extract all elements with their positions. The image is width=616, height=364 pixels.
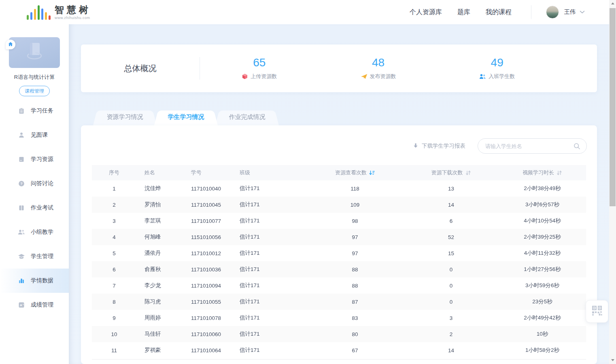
- table-row: 9周雨婷1171010078信计1718332小时49分42秒: [92, 310, 586, 326]
- cell-views: 97: [306, 245, 404, 261]
- sidebar-item-label: 学习任务: [31, 107, 53, 114]
- sidebar-item-label: 学生管理: [31, 253, 53, 260]
- cell-class: 信计171: [232, 277, 306, 294]
- col-label: 资源查看次数: [335, 169, 367, 176]
- home-badge[interactable]: [6, 40, 15, 49]
- cell-video-duration: 2小时39分25秒: [499, 229, 586, 245]
- cell-name: 李少龙: [136, 277, 181, 294]
- scrollbar-up-arrow[interactable]: [609, 0, 616, 6]
- cell-video-duration: 23分5秒: [499, 294, 586, 310]
- sort-icon-video-duration[interactable]: [557, 170, 562, 176]
- cell-student-id: 1171010064: [181, 342, 232, 358]
- sort-icon-views[interactable]: [369, 170, 375, 176]
- user-name: 王伟: [564, 8, 576, 16]
- col-label: 资源下载次数: [431, 169, 463, 176]
- cell-student-id: 1171010094: [181, 277, 232, 294]
- search-input[interactable]: [485, 143, 574, 149]
- cell-video-duration: 4小时11分32秒: [499, 245, 586, 261]
- logo[interactable]: 智慧树 www.zhihuishu.com: [27, 4, 91, 20]
- table-row: 3李芷琪1171010077信计1719864小时10分54秒: [92, 213, 586, 229]
- user-menu[interactable]: 王伟: [546, 6, 585, 19]
- group-icon: [18, 229, 25, 236]
- cell-index: 1: [92, 180, 136, 197]
- download-icon: [413, 143, 418, 150]
- sidebar-item-tasks[interactable]: 学习任务: [0, 99, 69, 123]
- sidebar-item-students[interactable]: 学生管理: [0, 244, 69, 269]
- logo-bar: [41, 8, 43, 20]
- sidebar-item-analytics[interactable]: 学情数据: [0, 269, 69, 293]
- stat-label: 入班学生数: [489, 73, 515, 80]
- top-bar: 智慧树 www.zhihuishu.com 个人资源库题库我的课程 王伟: [0, 0, 609, 24]
- course-card[interactable]: [9, 37, 60, 68]
- svg-text:A: A: [20, 303, 22, 307]
- scrollbar-down-arrow[interactable]: [609, 357, 616, 363]
- cell-video-duration: 1小时27分56秒: [499, 261, 586, 277]
- cell-student-id: 1171010040: [181, 180, 232, 197]
- students-table: 序号姓名学号班级资源查看次数资源下载次数视频学习时长 1沈佳烨117101004…: [92, 165, 586, 358]
- cell-downloads: 0: [404, 294, 499, 310]
- download-label: 下载学生学习报表: [422, 142, 465, 150]
- cube-icon: [242, 73, 248, 80]
- nav-divider: [531, 5, 531, 19]
- cell-views: 97: [306, 229, 404, 245]
- person-icon: [18, 132, 25, 139]
- top-nav: 个人资源库题库我的课程 王伟: [394, 5, 609, 19]
- gradcap-icon: [18, 253, 25, 260]
- svg-text:?: ?: [20, 182, 23, 186]
- sidebar-item-homework[interactable]: 作业考试: [0, 196, 69, 220]
- cell-class: 信计171: [232, 310, 306, 326]
- cell-class: 信计171: [232, 294, 306, 310]
- cell-student-id: 1171010045: [181, 197, 232, 213]
- qr-code-button[interactable]: [586, 300, 608, 323]
- overview-stats: 65上传资源数48发布资源数49入班学生数: [200, 57, 597, 80]
- chevron-down-icon[interactable]: [580, 11, 585, 14]
- col-header-class: 班级: [232, 165, 306, 180]
- sidebar-item-qa[interactable]: ?问答讨论: [0, 171, 69, 196]
- cell-views: 88: [306, 261, 404, 277]
- cell-index: 2: [92, 197, 136, 213]
- cell-class: 信计171: [232, 342, 306, 358]
- cell-name: 沈佳烨: [136, 180, 181, 197]
- cell-name: 周雨婷: [136, 310, 181, 326]
- sidebar: R语言与统计计算 课程管理 学习任务见面课学习资源?问答讨论作业考试小组教学学生…: [0, 24, 69, 364]
- sidebar-item-meetings[interactable]: 见面课: [0, 123, 69, 147]
- tab-resource-learning[interactable]: 资源学习情况: [93, 108, 157, 125]
- nav-item-question-bank[interactable]: 题库: [457, 8, 470, 17]
- sidebar-item-label: 学习资源: [31, 156, 53, 163]
- cell-downloads: 14: [404, 342, 499, 358]
- download-report-link[interactable]: 下载学生学习报表: [413, 142, 465, 150]
- tab-label: 作业完成情况: [229, 113, 266, 121]
- scrollbar-thumb[interactable]: [610, 8, 616, 206]
- cell-views: 87: [306, 294, 404, 310]
- sort-icon-downloads[interactable]: [465, 170, 471, 176]
- cell-name: 马佳轩: [136, 326, 181, 342]
- cell-downloads: 13: [404, 180, 499, 197]
- nav-item-my-courses[interactable]: 我的课程: [486, 8, 512, 17]
- search-icon[interactable]: [574, 143, 580, 150]
- course-manage-button[interactable]: 课程管理: [19, 86, 50, 96]
- cell-views: 109: [306, 197, 404, 213]
- sidebar-item-resources[interactable]: 学习资源: [0, 147, 69, 171]
- sidebar-item-groups[interactable]: 小组教学: [0, 220, 69, 244]
- cell-views: 83: [306, 310, 404, 326]
- exam-icon: [18, 205, 25, 212]
- nav-item-personal-resources[interactable]: 个人资源库: [410, 8, 442, 17]
- logo-bar: [34, 9, 36, 20]
- tab-student-learning[interactable]: 学生学习情况: [154, 108, 218, 125]
- sidebar-item-grades[interactable]: A+成绩管理: [0, 293, 69, 317]
- cell-video-duration: 10秒: [499, 326, 586, 342]
- cell-student-id: 1171010078: [181, 310, 232, 326]
- cell-class: 信计171: [232, 326, 306, 342]
- tab-homework-completion[interactable]: 作业完成情况: [215, 108, 279, 125]
- overview-title: 总体概况: [81, 63, 200, 74]
- app: 智慧树 www.zhihuishu.com 个人资源库题库我的课程 王伟 R语言…: [0, 0, 616, 364]
- col-header-student-id: 学号: [181, 165, 232, 180]
- avatar[interactable]: [546, 6, 559, 19]
- cell-downloads: 14: [404, 197, 499, 213]
- cell-index: 11: [92, 342, 136, 358]
- course-name: R语言与统计计算: [0, 74, 69, 81]
- cell-index: 10: [92, 326, 136, 342]
- cell-video-duration: 1小时58分2秒: [499, 342, 586, 358]
- table-row: 11罗祺豪1171010064信计17167141小时58分2秒: [92, 342, 586, 358]
- col-label: 序号: [109, 169, 119, 176]
